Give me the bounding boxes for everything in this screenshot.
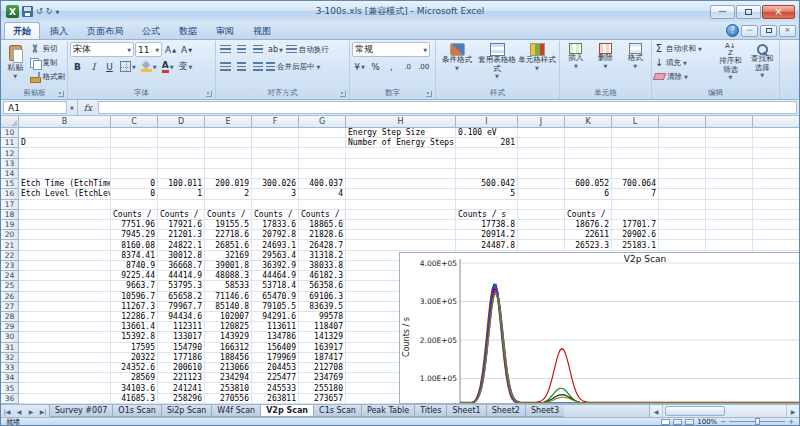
row-header-27[interactable]: 27 [1,302,19,312]
cell-F13[interactable] [252,159,299,169]
cell-F30[interactable]: 134786 [252,332,299,342]
cell-E13[interactable] [205,159,252,169]
cell-K10[interactable] [565,128,612,138]
cell-x1310[interactable] [753,128,799,138]
row-header-11[interactable]: 11 [1,138,19,148]
cell-I19[interactable]: 17738.8 [456,220,518,230]
underline-button[interactable]: U [102,59,117,74]
cell-x1121[interactable] [659,240,706,250]
cell-L11[interactable] [612,138,659,148]
cell-x1113[interactable] [659,159,706,169]
number-format-combo[interactable]: 常规▼ [352,42,430,57]
cell-K19[interactable]: 18676.2 [565,220,612,230]
embedded-chart[interactable]: V2p Scan 4.00E+053.00E+052.00E+051.00E+0… [399,252,799,404]
bold-button[interactable]: B [70,59,85,74]
row-header-13[interactable]: 13 [1,159,19,169]
row-header-26[interactable]: 26 [1,292,19,302]
cell-C27[interactable]: 11267.3 [111,302,158,312]
cell-K14[interactable] [565,169,612,179]
cell-C24[interactable]: 9225.44 [111,271,158,281]
cell-E36[interactable]: 270556 [205,394,252,404]
delete-cells-button[interactable]: 删除▼ [592,42,620,69]
cell-H13[interactable] [346,159,456,169]
cell-x1120[interactable] [659,230,706,240]
cell-I13[interactable] [456,159,518,169]
redo-icon[interactable]: ↻ [46,7,53,16]
cell-D23[interactable]: 36668.7 [158,261,205,271]
cell-G18[interactable]: Counts / s [299,210,346,220]
cell-K11[interactable] [565,138,612,148]
insert-function-button[interactable]: fx [78,100,98,115]
cell-B26[interactable] [19,292,111,302]
cell-x1317[interactable] [753,200,799,210]
cell-x1216[interactable] [706,189,753,199]
sheet-tab-Peak-Table[interactable]: Peak Table [361,405,415,417]
cell-x1111[interactable] [659,138,706,148]
cell-F36[interactable]: 263811 [252,394,299,404]
sheet-tab-Sheet1[interactable]: Sheet1 [446,405,486,417]
cell-I21[interactable]: 24487.8 [456,240,518,250]
cell-C19[interactable]: 7751.96 [111,220,158,230]
row-header-23[interactable]: 23 [1,261,19,271]
cell-D30[interactable]: 133017 [158,332,205,342]
cell-G16[interactable]: 4 [299,189,346,199]
cell-C15[interactable]: 0 [111,179,158,189]
cell-E33[interactable]: 213066 [205,363,252,373]
cell-E28[interactable]: 102007 [205,312,252,322]
cell-I14[interactable] [456,169,518,179]
cell-E31[interactable]: 166312 [205,343,252,353]
row-header-29[interactable]: 29 [1,322,19,332]
sheet-nav-last-button[interactable]: ▶| [37,405,49,417]
col-header-L[interactable]: L [612,116,659,128]
cell-C13[interactable] [111,159,158,169]
cell-B30[interactable] [19,332,111,342]
cell-H18[interactable] [346,210,456,220]
cell-H15[interactable] [346,179,456,189]
cell-x1116[interactable] [659,189,706,199]
align-middle-button[interactable] [234,42,249,57]
cell-x1119[interactable] [659,220,706,230]
col-header-filler-13[interactable] [753,116,799,128]
cell-B17[interactable] [19,200,111,210]
cell-x1314[interactable] [753,169,799,179]
cell-x1315[interactable] [753,179,799,189]
cell-H14[interactable] [346,169,456,179]
row-header-30[interactable]: 30 [1,332,19,342]
sheet-nav-next-button[interactable]: ▶ [25,405,37,417]
cell-F17[interactable] [252,200,299,210]
cell-H20[interactable] [346,230,456,240]
ribbon-tab-开始[interactable]: 开始 [4,22,40,39]
page-break-view-button[interactable] [685,419,694,425]
formula-input[interactable] [98,101,797,114]
cell-B33[interactable] [19,363,111,373]
cell-G10[interactable] [299,128,346,138]
cell-x1112[interactable] [659,148,706,158]
normal-view-button[interactable] [661,419,670,425]
sheet-tab-Titles[interactable]: Titles [414,405,447,417]
cell-J11[interactable] [518,138,565,148]
cell-B22[interactable] [19,251,111,261]
hscroll-right-icon[interactable]: ▶ [786,405,799,417]
cell-x1316[interactable] [753,189,799,199]
cell-J17[interactable] [518,200,565,210]
cell-C21[interactable]: 8160.08 [111,240,158,250]
number-dialog-launcher[interactable] [426,91,432,97]
cell-D34[interactable]: 221123 [158,373,205,383]
cell-C12[interactable] [111,148,158,158]
cell-C35[interactable]: 34103.6 [111,383,158,393]
workbook-restore-button[interactable] [760,25,777,37]
cell-x1311[interactable] [753,138,799,148]
cell-L21[interactable]: 25183.1 [612,240,659,250]
cell-D24[interactable]: 44414.9 [158,271,205,281]
cell-I20[interactable]: 20914.2 [456,230,518,240]
row-header-18[interactable]: 18 [1,210,19,220]
cell-K13[interactable] [565,159,612,169]
row-header-15[interactable]: 15 [1,179,19,189]
cell-D13[interactable] [158,159,205,169]
cell-E17[interactable] [205,200,252,210]
cell-F26[interactable]: 65470.9 [252,292,299,302]
cell-B24[interactable] [19,271,111,281]
cell-E26[interactable]: 71146.6 [205,292,252,302]
cell-F31[interactable]: 156409 [252,343,299,353]
cell-G30[interactable]: 141329 [299,332,346,342]
